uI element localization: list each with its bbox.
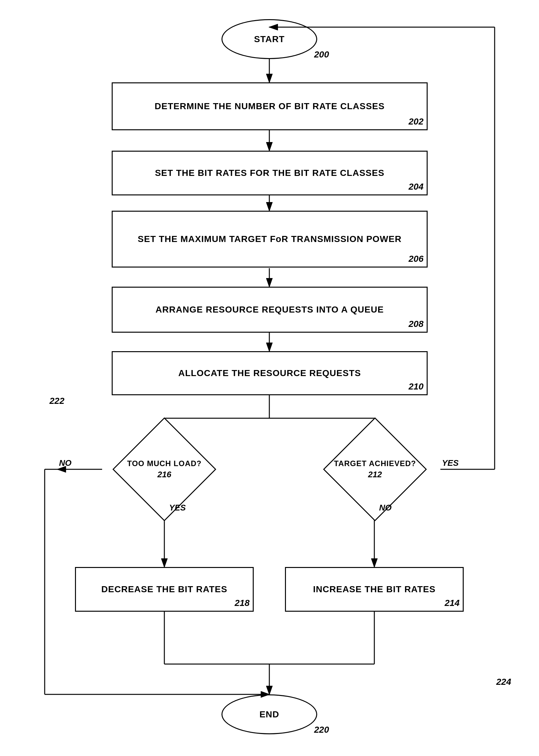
ref-222: 222 — [49, 396, 64, 406]
label-yes-down-216: YES — [169, 503, 186, 513]
step-210: ALLOCATE THE RESOURCE REQUESTS 210 — [112, 351, 427, 395]
step-204: SET THE BIT RATES FOR THE BIT RATE CLASS… — [112, 151, 427, 195]
label-no-left: NO — [59, 458, 71, 468]
step-208: ARRANGE RESOURCE REQUESTS INTO A QUEUE 2… — [112, 287, 427, 333]
label-no-down-212: NO — [379, 503, 392, 513]
ref-224: 224 — [496, 677, 511, 687]
diamond-212: TARGET ACHIEVED? 212 — [313, 437, 437, 501]
step-206: SET THE MAXIMUM TARGET FoR TRANSMISSION … — [112, 211, 427, 268]
label-yes-right: YES — [442, 458, 459, 468]
step-214: INCREASE THE BIT RATES 214 — [285, 567, 464, 612]
flowchart-diagram: START 200 DETERMINE THE NUMBER OF BIT RA… — [0, 0, 539, 756]
step-218: DECREASE THE BIT RATES 218 — [75, 567, 254, 612]
end-node: END 220 — [221, 694, 317, 734]
diamond-216: TOO MUCH LOAD? 216 — [102, 437, 227, 501]
step-202: DETERMINE THE NUMBER OF BIT RATE CLASSES… — [112, 82, 427, 130]
start-node: START 200 — [221, 19, 317, 59]
